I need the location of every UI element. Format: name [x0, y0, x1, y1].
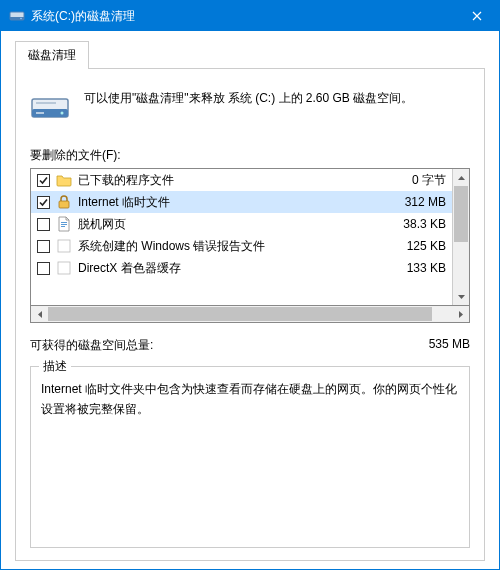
- description-group: 描述 Internet 临时文件夹中包含为快速查看而存储在硬盘上的网页。你的网页…: [30, 366, 470, 548]
- scroll-thumb[interactable]: [454, 186, 468, 242]
- file-checkbox[interactable]: [37, 196, 50, 209]
- file-row[interactable]: DirectX 着色器缓存133 KB: [31, 257, 452, 279]
- folder-icon: [56, 172, 72, 188]
- scroll-up-button[interactable]: [453, 169, 469, 186]
- intro-text: 可以使用"磁盘清理"来释放 系统 (C:) 上的 2.60 GB 磁盘空间。: [84, 85, 413, 107]
- files-list-label: 要删除的文件(F):: [30, 147, 470, 164]
- svg-point-5: [61, 112, 64, 115]
- svg-rect-13: [58, 262, 70, 274]
- file-checkbox[interactable]: [37, 262, 50, 275]
- file-checkbox[interactable]: [37, 240, 50, 253]
- file-checkbox[interactable]: [37, 218, 50, 231]
- svg-rect-7: [36, 112, 44, 114]
- description-text: Internet 临时文件夹中包含为快速查看而存储在硬盘上的网页。你的网页个性化…: [41, 379, 459, 420]
- svg-rect-1: [10, 17, 24, 20]
- svg-rect-8: [59, 201, 69, 208]
- file-checkbox[interactable]: [37, 174, 50, 187]
- total-value: 535 MB: [429, 337, 470, 354]
- total-row: 可获得的磁盘空间总量: 535 MB: [30, 337, 470, 354]
- file-row[interactable]: 已下载的程序文件0 字节: [31, 169, 452, 191]
- file-name: 脱机网页: [78, 216, 380, 233]
- disk-cleanup-icon: [9, 8, 25, 24]
- tab-panel: 可以使用"磁盘清理"来释放 系统 (C:) 上的 2.60 GB 磁盘空间。 要…: [15, 68, 485, 561]
- svg-rect-10: [61, 224, 67, 225]
- file-size: 312 MB: [386, 195, 446, 209]
- file-size: 0 字节: [386, 172, 446, 189]
- close-button[interactable]: [454, 1, 499, 31]
- vertical-scrollbar[interactable]: [452, 169, 469, 305]
- scroll-track[interactable]: [453, 186, 469, 288]
- file-size: 133 KB: [386, 261, 446, 275]
- file-size: 38.3 KB: [386, 217, 446, 231]
- blank-icon: [56, 238, 72, 254]
- disk-cleanup-window: 系统(C:)的磁盘清理 磁盘清理 可以使用"磁盘清理"来释放 系统 (C:) 上…: [0, 0, 500, 570]
- titlebar[interactable]: 系统(C:)的磁盘清理: [1, 1, 499, 31]
- file-size: 125 KB: [386, 239, 446, 253]
- scroll-down-button[interactable]: [453, 288, 469, 305]
- hscroll-track[interactable]: [48, 306, 452, 322]
- svg-rect-9: [61, 222, 67, 223]
- window-title: 系统(C:)的磁盘清理: [31, 8, 454, 25]
- file-row[interactable]: Internet 临时文件312 MB: [31, 191, 452, 213]
- scroll-left-button[interactable]: [31, 306, 48, 322]
- svg-point-2: [20, 18, 22, 20]
- lock-icon: [56, 194, 72, 210]
- file-name: 已下载的程序文件: [78, 172, 380, 189]
- files-list[interactable]: 已下载的程序文件0 字节Internet 临时文件312 MB脱机网页38.3 …: [30, 168, 470, 306]
- svg-rect-6: [36, 102, 56, 104]
- content-area: 磁盘清理 可以使用"磁盘清理"来释放 系统 (C:) 上的 2.60 GB 磁盘…: [1, 31, 499, 569]
- scroll-right-button[interactable]: [452, 306, 469, 322]
- hscroll-thumb[interactable]: [48, 307, 432, 321]
- description-title: 描述: [39, 358, 71, 375]
- file-row[interactable]: 脱机网页38.3 KB: [31, 213, 452, 235]
- file-name: Internet 临时文件: [78, 194, 380, 211]
- total-label: 可获得的磁盘空间总量:: [30, 337, 429, 354]
- svg-rect-11: [61, 226, 65, 227]
- intro-row: 可以使用"磁盘清理"来释放 系统 (C:) 上的 2.60 GB 磁盘空间。: [30, 85, 470, 125]
- disk-drive-icon: [30, 85, 70, 125]
- close-icon: [472, 11, 482, 21]
- svg-rect-12: [58, 240, 70, 252]
- file-name: DirectX 着色器缓存: [78, 260, 380, 277]
- tab-strip: 磁盘清理: [15, 41, 485, 69]
- page-icon: [56, 216, 72, 232]
- file-row[interactable]: 系统创建的 Windows 错误报告文件125 KB: [31, 235, 452, 257]
- file-name: 系统创建的 Windows 错误报告文件: [78, 238, 380, 255]
- horizontal-scrollbar[interactable]: [30, 306, 470, 323]
- tab-disk-cleanup[interactable]: 磁盘清理: [15, 41, 89, 69]
- blank-icon: [56, 260, 72, 276]
